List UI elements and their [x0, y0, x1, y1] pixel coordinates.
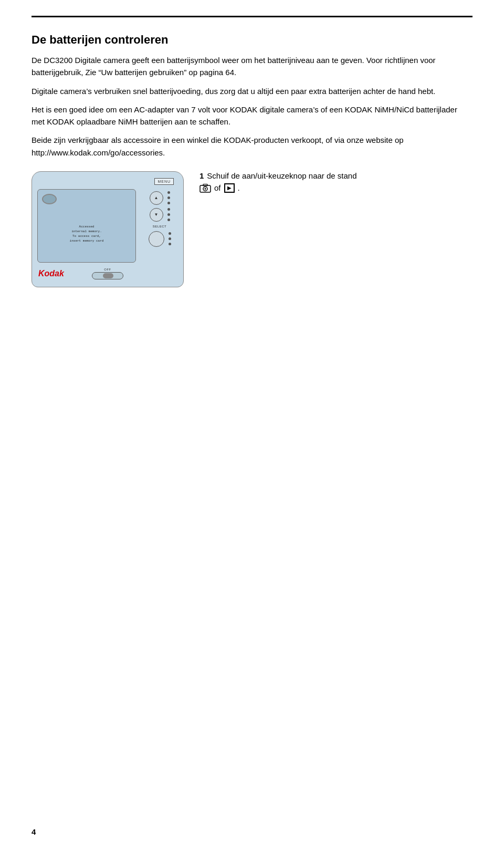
play-icon — [224, 183, 235, 193]
dot — [169, 237, 171, 240]
switch-track — [92, 272, 123, 279]
of-text: of — [214, 183, 221, 192]
switch-knob — [103, 273, 113, 278]
top-border — [32, 16, 472, 17]
camera-top-bar: MENU — [37, 178, 178, 185]
off-label: OFF — [104, 268, 111, 271]
dots-right-select — [169, 232, 171, 245]
camera-diagram: MENU Accessedinternal memory.To access c… — [32, 171, 184, 287]
camera-screen: Accessedinternal memory.To access card,i… — [37, 189, 136, 263]
instruction-text-area: 1 Schuif de aan/uit-keuzeknop naar de st… — [200, 171, 472, 196]
kodak-logo-area: Kodak — [38, 269, 64, 278]
dot — [167, 219, 170, 221]
dot — [167, 202, 170, 204]
paragraph-1: De DC3200 Digitale camera geeft een batt… — [32, 54, 472, 79]
off-switch-area: OFF — [92, 268, 123, 279]
paragraph-2: Digitale camera’s verbruiken snel batter… — [32, 85, 472, 97]
nav-down-row — [150, 208, 170, 222]
select-label: SELECT — [153, 225, 166, 228]
camera-controls: SELECT — [141, 189, 178, 263]
paragraph-3: Het is een goed idee om een AC-adapter v… — [32, 103, 472, 128]
select-row — [149, 231, 171, 247]
menu-label: MENU — [154, 178, 174, 185]
viewfinder — [42, 194, 57, 204]
dots-right-up — [167, 191, 170, 204]
step-text: Schuif de aan/uit-keuzeknop naar de stan… — [207, 171, 356, 180]
dot — [167, 213, 170, 216]
screen-text: Accessedinternal memory.To access card,i… — [70, 224, 104, 243]
camera-body: Accessedinternal memory.To access card,i… — [37, 189, 178, 263]
instruction-section: MENU Accessedinternal memory.To access c… — [32, 171, 472, 287]
paragraph-4: Beide zijn verkrijgbaar als accessoire i… — [32, 134, 472, 159]
nav-down-button — [150, 208, 163, 222]
period: . — [238, 183, 240, 192]
step-line: 1 Schuif de aan/uit-keuzeknop naar de st… — [200, 171, 472, 180]
dot — [167, 208, 170, 211]
icons-line: of . — [200, 183, 472, 193]
dot — [169, 232, 171, 235]
select-button — [149, 231, 164, 247]
svg-point-3 — [205, 188, 206, 190]
page-container: De batterijen controleren De DC3200 Digi… — [0, 0, 504, 852]
nav-up-button — [150, 191, 163, 205]
dot — [169, 243, 171, 245]
kodak-logo: Kodak — [38, 269, 64, 278]
dot — [167, 196, 170, 199]
camera-icon — [200, 183, 211, 193]
page-title: De batterijen controleren — [32, 33, 472, 47]
dots-right-down — [167, 208, 170, 221]
dot — [167, 191, 170, 194]
page-number: 4 — [32, 827, 36, 836]
step-number: 1 — [200, 171, 204, 180]
nav-up-row — [150, 191, 170, 205]
